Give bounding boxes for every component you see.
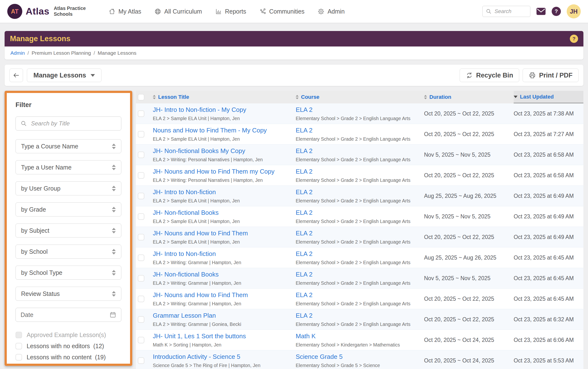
print-pdf-button[interactable]: Print / PDF (523, 69, 578, 82)
lesson-title-link[interactable]: JH- Nouns and How to Find Them my Copy (153, 168, 291, 175)
question-icon: ? (573, 36, 575, 42)
lesson-title-link[interactable]: Introduction Activity - Science 5 (153, 353, 291, 360)
filter-checkbox-row: Lessons with no content (19) (15, 354, 121, 361)
filter-title-search (15, 116, 121, 131)
filter-select[interactable]: Type a Course Name (15, 139, 121, 153)
nav-item-communities[interactable]: Communities (259, 8, 305, 15)
brand-name: Atlas (26, 6, 49, 17)
view-selector-dropdown[interactable]: Manage Lessons (27, 69, 102, 82)
lesson-title-link[interactable]: JH- Non-fictional Books (153, 271, 291, 278)
brand[interactable]: AT Atlas Atlas Practice Schools (7, 4, 93, 19)
course-link[interactable]: ELA 2 (296, 250, 419, 258)
filter-select-label: Type a User Name (21, 164, 72, 171)
filter-select[interactable]: Review Status (15, 287, 121, 301)
lesson-title-link[interactable]: Grammar Lesson Plan (153, 312, 291, 319)
row-checkbox[interactable] (138, 337, 144, 343)
globe-icon (154, 8, 161, 15)
filter-select[interactable]: by Grade (15, 202, 121, 216)
column-label: Duration (429, 94, 451, 100)
messages-button[interactable] (536, 8, 546, 15)
user-avatar[interactable]: JH (567, 4, 581, 18)
filter-select-label: by School Type (21, 269, 62, 276)
lessons-table: Lesson Title Course Duration Last Update… (136, 91, 583, 369)
filter-select[interactable]: by School (15, 245, 121, 259)
checkbox-count: (19) (95, 354, 106, 360)
checkbox[interactable] (15, 354, 22, 360)
row-checkbox[interactable] (138, 110, 144, 117)
lesson-title-link[interactable]: JH- Nouns and How to Find Them (153, 230, 291, 237)
column-header-duration[interactable]: Duration (424, 91, 514, 103)
lesson-title-link[interactable]: JH- Intro to Non-fiction - My Copy (153, 106, 291, 113)
filter-select[interactable]: by Subject (15, 224, 121, 237)
navbar-right: ? JH (482, 4, 581, 18)
table-row: JH- Intro to Non-fiction - My Copy ELA 2… (136, 103, 583, 124)
table-row: JH- Nouns and How to Find Them ELA 2 > S… (136, 227, 583, 247)
course-link[interactable]: ELA 2 (296, 147, 419, 155)
row-checkbox[interactable] (138, 316, 144, 323)
course-path: Elementary School > Grade 2 > English La… (296, 219, 419, 224)
duration-value: Nov 5, 2025 ~ Nov 5, 2025 (424, 275, 514, 282)
course-link[interactable]: Math K (296, 332, 419, 340)
row-checkbox[interactable] (138, 172, 144, 179)
lesson-title-link[interactable]: JH- Intro to Non-fiction (153, 250, 291, 258)
row-checkbox[interactable] (138, 296, 144, 302)
filter-select[interactable]: Type a User Name (15, 160, 121, 174)
duration-value: Aug 25, 2025 ~ Aug 26, 2025 (424, 193, 514, 199)
row-checkbox[interactable] (138, 255, 144, 261)
course-path: Elementary School > Grade 2 > English La… (296, 260, 419, 265)
checkbox[interactable] (15, 365, 22, 366)
lesson-title-link[interactable]: Nouns and How to Find Them - My Copy (153, 127, 291, 134)
row-checkbox[interactable] (138, 234, 144, 240)
filter-date-picker[interactable]: Date (15, 308, 121, 322)
column-label: Course (301, 94, 320, 100)
filter-select[interactable]: by User Group (15, 181, 121, 195)
select-updown-icon (112, 228, 116, 233)
recycle-bin-button[interactable]: Recycle Bin (460, 69, 519, 82)
course-link[interactable]: ELA 2 (296, 312, 419, 319)
course-link[interactable]: ELA 2 (296, 127, 419, 134)
lesson-title-link[interactable]: JH- Intro to Non-fiction (153, 188, 291, 196)
page-help-button[interactable]: ? (570, 35, 578, 43)
course-link[interactable]: ELA 2 (296, 106, 419, 113)
duration-value: Nov 5, 2025 ~ Nov 5, 2025 (424, 213, 514, 220)
filter-title-search-input[interactable] (31, 120, 116, 127)
column-header-course[interactable]: Course (296, 91, 424, 103)
lesson-title-link[interactable]: JH- Unit 1, Les 1 Sort the buttons (153, 332, 291, 340)
course-link[interactable]: ELA 2 (296, 188, 419, 196)
row-checkbox[interactable] (138, 357, 144, 364)
lesson-title-link[interactable]: JH- Non-fictional Books My Copy (153, 147, 291, 155)
duration-value: Oct 20, 2025 ~ Oct 22, 2025 (424, 110, 514, 117)
checkbox[interactable] (15, 343, 22, 349)
table-row: Grammar Lesson Plan ELA 2 > Writing: Gra… (136, 309, 583, 330)
course-link[interactable]: ELA 2 (296, 168, 419, 175)
column-header-last-updated[interactable]: Last Updated (514, 91, 583, 103)
nav-item-all-curriculum[interactable]: All Curriculum (154, 8, 202, 15)
course-link[interactable]: Science Grade 5 (296, 353, 419, 360)
nav-item-reports[interactable]: Reports (215, 8, 246, 15)
back-button[interactable] (10, 69, 23, 82)
nav-item-my-atlas[interactable]: My Atlas (108, 8, 141, 15)
row-checkbox[interactable] (138, 275, 144, 282)
help-button[interactable]: ? (552, 7, 561, 16)
global-search-input[interactable] (494, 8, 527, 15)
last-updated-value: Oct 23, 2025 at 6:45 AM (514, 255, 583, 261)
column-header-lesson-title[interactable]: Lesson Title (153, 91, 296, 103)
course-link[interactable]: ELA 2 (296, 230, 419, 237)
lesson-title-link[interactable]: JH- Nouns and How to Find Them (153, 291, 291, 299)
course-link[interactable]: ELA 2 (296, 209, 419, 216)
lesson-title-link[interactable]: JH- Non-fictional Books (153, 209, 291, 216)
nav-item-admin[interactable]: Admin (318, 8, 345, 15)
breadcrumb-admin-link[interactable]: Admin (10, 50, 25, 56)
checkbox-label: Lessons with no editors (27, 343, 90, 349)
course-link[interactable]: ELA 2 (296, 291, 419, 299)
duration-value: Aug 25, 2025 ~ Aug 26, 2025 (424, 255, 514, 261)
row-checkbox[interactable] (138, 213, 144, 220)
filter-select[interactable]: by School Type (15, 266, 121, 280)
row-checkbox[interactable] (138, 152, 144, 158)
row-checkbox[interactable] (138, 131, 144, 138)
course-link[interactable]: ELA 2 (296, 271, 419, 278)
duration-value: Oct 20, 2025 ~ Oct 24, 2025 (424, 337, 514, 343)
date-placeholder: Date (21, 311, 33, 318)
select-all-checkbox[interactable] (138, 94, 144, 101)
row-checkbox[interactable] (138, 193, 144, 199)
